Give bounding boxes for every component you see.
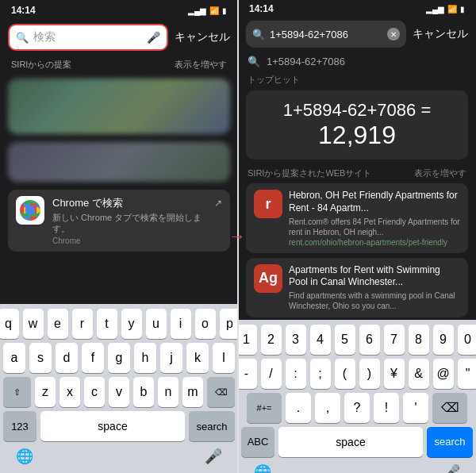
web-card-1-title: Hebron, OH Pet Friendly Apartments for R…: [289, 190, 460, 214]
bottom-mic-icon[interactable]: 🎤: [205, 448, 222, 465]
key-r[interactable]: r: [72, 309, 93, 339]
key-quote[interactable]: ": [458, 359, 477, 389]
key-9[interactable]: 9: [433, 325, 454, 355]
key-rparen[interactable]: ): [359, 359, 380, 389]
key-i[interactable]: i: [171, 309, 191, 339]
left-app-grid-2: [8, 142, 230, 182]
key-4[interactable]: 4: [310, 325, 331, 355]
key-search[interactable]: search: [189, 411, 235, 441]
key-d[interactable]: d: [56, 343, 78, 373]
web-card-2-text: Apartments for Rent with Swimming Pool i…: [289, 264, 460, 311]
web-card-2-desc: Find apartments with a swimming pool in …: [289, 290, 460, 311]
key-exclaim[interactable]: !: [374, 393, 399, 423]
key-m[interactable]: m: [182, 377, 203, 407]
key-2[interactable]: 2: [261, 325, 282, 355]
right-siri-web-label: SIRIから提案されたWEBサイト: [248, 167, 371, 179]
key-s[interactable]: s: [29, 343, 52, 373]
key-numbers[interactable]: 123: [3, 411, 36, 441]
clear-icon[interactable]: ✕: [387, 28, 400, 40]
key-question[interactable]: ?: [344, 393, 370, 423]
left-kb-row3: ⇧ z x c v b n m ⌫: [3, 377, 235, 407]
key-z[interactable]: z: [35, 377, 56, 407]
key-colon[interactable]: :: [286, 359, 306, 389]
key-p[interactable]: p: [220, 309, 239, 339]
key-at[interactable]: @: [433, 359, 454, 389]
key-8[interactable]: 8: [409, 325, 429, 355]
calc-result-box[interactable]: 1+5894-62+7086 = 12,919: [246, 90, 468, 160]
right-kb-row1: 1 2 3 4 5 6 7 8 9 0: [241, 325, 473, 355]
key-shift[interactable]: ⇧: [3, 377, 31, 407]
search-icon-left: 🔍: [16, 32, 29, 44]
right-signal-icon: ▂▄▆: [426, 5, 444, 13]
key-e[interactable]: e: [48, 309, 68, 339]
key-l[interactable]: l: [213, 343, 235, 373]
right-bottom-mic-icon[interactable]: 🎤: [443, 463, 460, 473]
key-v[interactable]: v: [109, 377, 129, 407]
key-semi[interactable]: ;: [310, 359, 331, 389]
key-f[interactable]: f: [82, 343, 104, 373]
chrome-app-label: Chrome: [52, 236, 206, 245]
left-search-bar-container: 🔍 検索 🎤 キャンセル: [0, 19, 238, 56]
key-n[interactable]: n: [158, 377, 178, 407]
key-slash[interactable]: /: [261, 359, 282, 389]
globe-icon[interactable]: 🌐: [16, 448, 33, 465]
key-space[interactable]: space: [40, 411, 185, 441]
key-b[interactable]: b: [133, 377, 154, 407]
right-search-value: 1+5894-62+7086: [270, 29, 382, 40]
key-w[interactable]: w: [23, 309, 44, 339]
left-mic-icon[interactable]: 🎤: [147, 31, 160, 44]
right-cancel-button[interactable]: キャンセル: [413, 27, 468, 41]
right-globe-icon[interactable]: 🌐: [254, 463, 271, 473]
left-show-more[interactable]: 表示を増やす: [175, 59, 227, 71]
right-suggestion-row[interactable]: 🔍 1+5894-62+7086: [238, 52, 476, 71]
key-5[interactable]: 5: [335, 325, 355, 355]
key-dash[interactable]: -: [238, 359, 257, 389]
key-symbols[interactable]: #+=: [247, 393, 282, 423]
right-siri-web-header: SIRIから提案されたWEBサイト 表示を増やす: [238, 163, 476, 181]
key-k[interactable]: k: [186, 343, 209, 373]
key-y[interactable]: y: [121, 309, 142, 339]
left-chrome-suggestion[interactable]: Chrome で検索 新しい Chrome タブで検索を開始します。 Chrom…: [8, 190, 230, 252]
web-card-1[interactable]: r Hebron, OH Pet Friendly Apartments for…: [246, 183, 468, 252]
key-6[interactable]: 6: [359, 325, 380, 355]
right-key-backspace[interactable]: ⌫: [432, 393, 467, 423]
left-cancel-button[interactable]: キャンセル: [175, 30, 230, 44]
key-a[interactable]: a: [3, 343, 25, 373]
key-c[interactable]: c: [84, 377, 105, 407]
key-3[interactable]: 3: [286, 325, 306, 355]
chrome-suggestion-title: Chrome で検索: [52, 196, 206, 210]
right-show-more[interactable]: 表示を増やす: [414, 167, 466, 179]
key-7[interactable]: 7: [384, 325, 405, 355]
key-dot[interactable]: .: [286, 393, 311, 423]
left-search-placeholder: 検索: [33, 30, 142, 44]
key-o[interactable]: o: [195, 309, 216, 339]
key-backspace[interactable]: ⌫: [207, 377, 235, 407]
key-0[interactable]: 0: [458, 325, 477, 355]
web-card-1-icon: r: [254, 190, 282, 218]
right-kb-bottom-row: ABC space search: [241, 427, 473, 457]
key-apostrophe[interactable]: ': [403, 393, 428, 423]
key-t[interactable]: t: [97, 309, 117, 339]
calc-expression: 1+5894-62+7086 =: [257, 100, 457, 121]
key-g[interactable]: g: [108, 343, 130, 373]
key-yen[interactable]: ¥: [384, 359, 405, 389]
right-search-bar-container: 🔍 1+5894-62+7086 ✕ キャンセル: [238, 16, 476, 52]
key-j[interactable]: j: [160, 343, 182, 373]
right-key-abc[interactable]: ABC: [241, 427, 274, 457]
key-x[interactable]: x: [60, 377, 80, 407]
key-u[interactable]: u: [146, 309, 167, 339]
key-q[interactable]: q: [0, 309, 19, 339]
right-key-search[interactable]: search: [427, 427, 473, 457]
key-h[interactable]: h: [134, 343, 156, 373]
key-lparen[interactable]: (: [335, 359, 355, 389]
right-search-icon: 🔍: [252, 29, 265, 40]
right-key-space[interactable]: space: [278, 427, 423, 457]
key-comma[interactable]: ,: [315, 393, 340, 423]
right-search-input-box[interactable]: 🔍 1+5894-62+7086 ✕: [246, 21, 406, 48]
web-card-2[interactable]: Ag Apartments for Rent with Swimming Poo…: [246, 258, 468, 317]
left-search-input-box[interactable]: 🔍 検索 🎤: [8, 24, 168, 51]
web-card-2-icon: Ag: [254, 264, 282, 293]
key-1[interactable]: 1: [238, 325, 257, 355]
key-amp[interactable]: &: [409, 359, 429, 389]
left-keyboard: q w e r t y u i o p a s d f g h j k l ⇧ …: [0, 304, 238, 473]
